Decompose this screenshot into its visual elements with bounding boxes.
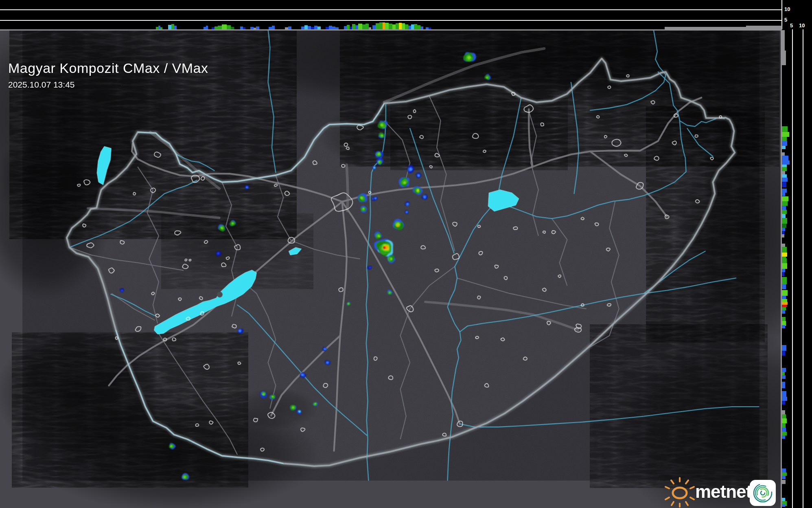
top-profile-bar <box>243 27 245 29</box>
top-profile-bar <box>285 27 288 29</box>
top-profile-bar <box>288 26 291 29</box>
right-profile-bar <box>782 228 785 231</box>
right-profile-bar <box>782 210 787 214</box>
top-profile-bar <box>256 26 259 29</box>
tihany-notch <box>217 292 223 297</box>
top-profile-bar <box>420 26 423 29</box>
top-profile-bar <box>171 24 174 29</box>
top-profile-panel: 10 5 5 10 <box>0 0 812 29</box>
top-profile-bars <box>0 0 782 29</box>
right-profile-bar <box>782 414 786 418</box>
top-profile-bar <box>212 27 214 29</box>
top-profile-bar <box>417 25 420 29</box>
right-profile-bar <box>782 302 788 305</box>
right-profile-bar <box>782 137 787 141</box>
map-frame-top <box>0 29 812 31</box>
right-profile-bar <box>782 290 788 296</box>
top-profile-bar <box>227 25 231 29</box>
right-profile-bar <box>782 244 785 247</box>
right-profile-bar <box>782 277 787 284</box>
right-profile-bar <box>782 480 786 484</box>
radar-composite-screen: Magyar Kompozit CMax / VMax 2025.10.07 1… <box>0 0 812 508</box>
top-profile-bar <box>369 27 371 29</box>
right-profile-bar <box>782 473 787 476</box>
top-profile-bar <box>174 26 177 29</box>
right-profile-bar <box>782 401 785 405</box>
right-profile-bar <box>782 51 786 65</box>
right-profile-bar <box>782 375 786 379</box>
right-profile-bar <box>782 224 786 228</box>
top-profile-bar <box>335 27 339 29</box>
right-profile-bar <box>782 299 787 302</box>
top-profile-bar <box>168 25 171 29</box>
right-profile-bar <box>782 269 785 272</box>
right-profile-bar <box>782 307 786 310</box>
top-profile-bar <box>222 24 227 29</box>
right-profile-bar <box>782 152 785 156</box>
right-profile-bar <box>782 498 785 501</box>
top-profile-bar <box>379 22 383 29</box>
right-profile-bar <box>782 174 787 178</box>
top-profile-bar <box>665 27 746 29</box>
top-profile-bar <box>311 27 314 29</box>
right-profile-bar <box>782 253 787 257</box>
right-profile-bar <box>782 351 785 356</box>
top-profile-bar <box>160 27 162 29</box>
top-profile-bar <box>332 26 335 29</box>
top-profile-bar <box>206 26 208 29</box>
right-profile-bar <box>782 196 788 201</box>
top-profile-bar <box>250 27 254 29</box>
title-block: Magyar Kompozit CMax / VMax 2025.10.07 1… <box>8 60 208 90</box>
right-profile-bar <box>782 178 788 182</box>
right-profile-bar <box>782 171 785 174</box>
right-profile-bar <box>782 272 784 276</box>
timestamp: 2025.10.07 13:45 <box>8 80 208 90</box>
right-profile-bar <box>782 418 787 423</box>
right-profile-bar <box>782 372 785 375</box>
right-profile-bar <box>782 132 789 137</box>
right-profile-bar <box>782 167 787 171</box>
right-profile-bar <box>782 214 786 218</box>
right-profile-bar <box>782 193 785 196</box>
right-profile-bar <box>782 156 788 161</box>
top-profile-bar <box>411 24 414 29</box>
right-profile-bar <box>782 234 784 238</box>
top-profile-bar <box>308 26 311 29</box>
top-profile-bar <box>304 25 308 29</box>
top-profile-bar <box>240 26 243 29</box>
top-profile-bar <box>372 25 376 29</box>
top-profile-bar <box>347 25 350 29</box>
right-profile-bar <box>782 432 787 435</box>
right-profile-bar <box>782 231 784 234</box>
right-profile-bar <box>782 397 787 401</box>
right-profile-bar <box>782 428 786 432</box>
right-profile-bar <box>782 317 786 321</box>
top-profile-bar <box>429 28 431 29</box>
right-profile-bar <box>782 201 788 206</box>
right-profile-bar <box>782 410 785 414</box>
top-profile-bar <box>329 26 332 29</box>
top-profile-bar <box>326 27 329 29</box>
right-profile-bar <box>782 263 787 269</box>
top-profile-bar <box>389 24 392 29</box>
top-profile-bar <box>344 26 347 29</box>
top-profile-bar <box>301 26 304 29</box>
right-profile-bar <box>782 284 786 289</box>
right-profile-bar <box>782 218 787 224</box>
right-profile-bar <box>782 368 786 372</box>
metnet-logo: metnet <box>663 475 781 508</box>
radar-map: Magyar Kompozit CMax / VMax 2025.10.07 1… <box>0 29 782 508</box>
right-profile-bar <box>782 146 786 149</box>
top-profile-bar <box>317 26 321 29</box>
top-profile-bar <box>426 27 429 29</box>
right-profile-bar <box>782 325 785 328</box>
top-profile-bar <box>362 24 366 29</box>
right-profile-bar <box>782 258 787 263</box>
sun-icon <box>663 476 696 508</box>
top-profile-bar <box>231 27 234 29</box>
map-canvas <box>0 29 782 508</box>
top-profile-bar <box>414 24 417 29</box>
right-profile-bar <box>782 476 786 479</box>
right-profile-bars <box>782 0 812 508</box>
right-profile-bar <box>782 468 786 473</box>
